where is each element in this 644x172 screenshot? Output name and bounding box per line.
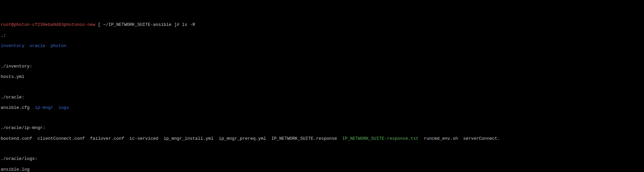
- file-entry: runcmd_env.sh: [424, 136, 458, 141]
- dir-entry: inventory: [1, 43, 24, 48]
- prompt-bracket-open: [: [95, 22, 103, 27]
- file-entry: IP_NETWORK_SUITE.response: [271, 136, 337, 141]
- dir-entry: logs: [59, 105, 69, 110]
- file-entry: ic-serviced: [129, 136, 158, 141]
- dir-root-list: inventory oracle photon: [1, 43, 643, 49]
- dir-oracle-header: ./oracle:: [1, 95, 643, 100]
- dir-entry: ip-mngr: [35, 105, 53, 110]
- dir-oracle-list: ansible.cfg ip-mngr logs: [1, 105, 643, 111]
- dir-root-header: .:: [1, 33, 643, 38]
- blank-line: [1, 116, 643, 120]
- prompt-path: ~/IP_NETWORK_SUITE-ansible: [103, 22, 171, 27]
- blank-line: [1, 146, 643, 151]
- file-entry: ip_mngr_install.yml: [164, 136, 214, 141]
- prompt-command: ls -R: [182, 22, 195, 27]
- dir-inventory-list: hosts.yml: [1, 74, 643, 80]
- dir-oracle-logs-header: ./oracle/logs:: [1, 156, 643, 162]
- prompt-bracket-close: ]#: [171, 22, 182, 27]
- file-entry: ansible.cfg: [1, 105, 30, 110]
- file-entry: bootend.conf: [1, 136, 32, 141]
- dir-entry: oracle: [30, 43, 45, 48]
- file-entry: IP_NETWORK_SUITE-response.txt: [342, 136, 418, 141]
- prompt-line[interactable]: root@photon-cf230eba9d63photonos-new [ ~…: [1, 22, 643, 28]
- dir-entry: photon: [51, 43, 66, 48]
- blank-line: [1, 54, 643, 58]
- prompt-user-host: root@photon-cf230eba9d63photonos-new: [1, 22, 95, 27]
- file-entry: failover.conf: [90, 136, 124, 141]
- file-entry: ip_mngr_prereq.yml: [219, 136, 266, 141]
- dir-oracle-ipmngr-header: ./oracle/ip-mngr:: [1, 125, 643, 131]
- dir-oracle-ipmngr-list: bootend.conf clientConnect.conf failover…: [1, 136, 643, 141]
- blank-line: [1, 85, 643, 89]
- file-entry: clientConnect.conf: [37, 136, 85, 141]
- dir-oracle-logs-list: ansible.log: [1, 167, 643, 172]
- file-entry: serverConnect.: [463, 136, 500, 141]
- dir-inventory-header: ./inventory:: [1, 64, 643, 69]
